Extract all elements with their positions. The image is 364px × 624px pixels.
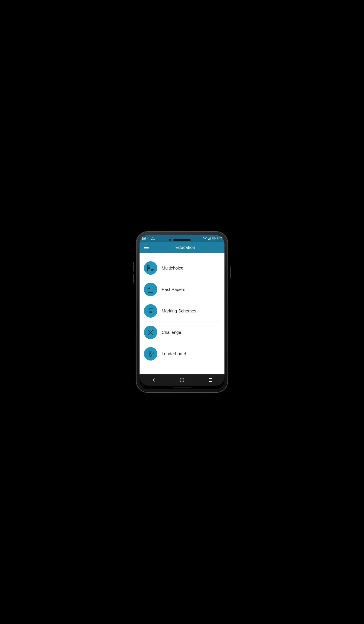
multichoice-menu-item[interactable]: Multichoice [144, 258, 220, 279]
warning-status-icon [151, 237, 155, 240]
svg-rect-9 [210, 237, 210, 240]
leaderboard-menu-item[interactable]: Leaderboard [144, 343, 220, 364]
signal-status-icon [208, 237, 211, 240]
svg-rect-10 [210, 237, 211, 240]
marking-schemes-icon-circle [144, 304, 157, 318]
multichoice-icon [147, 264, 155, 272]
leaderboard-icon-circle [144, 347, 157, 361]
app-bar: Education [140, 242, 224, 253]
status-icons-right: 3:47 [204, 237, 222, 240]
menu-list: Multichoice Past Papers [140, 253, 224, 374]
svg-rect-39 [209, 379, 212, 382]
phone-screen: 3:47 Education [140, 235, 224, 389]
past-papers-icon-circle [144, 283, 157, 296]
back-nav-button[interactable] [150, 377, 157, 383]
hamburger-menu-button[interactable] [143, 245, 150, 250]
status-time: 3:47 [216, 237, 222, 240]
notification-status-icon [147, 237, 150, 240]
speaker-bottom [140, 386, 224, 389]
status-icons-left [142, 237, 155, 240]
svg-rect-12 [215, 238, 216, 239]
battery-status-icon [212, 237, 216, 240]
phone-device: 3:47 Education [136, 232, 228, 392]
leaderboard-label: Leaderboard [162, 351, 186, 356]
image-status-icon [142, 237, 146, 240]
challenge-label: Challenge [162, 330, 181, 335]
marking-schemes-icon [147, 307, 155, 315]
svg-point-38 [180, 378, 184, 382]
svg-rect-8 [209, 238, 209, 240]
svg-rect-7 [208, 239, 209, 240]
svg-marker-37 [150, 352, 152, 354]
volume-down-button[interactable] [133, 274, 134, 283]
power-button[interactable] [230, 266, 231, 278]
screen-content: 3:47 Education [140, 235, 224, 386]
front-camera [169, 239, 171, 241]
marking-schemes-menu-item[interactable]: Marking Schemes [144, 300, 220, 322]
past-papers-menu-item[interactable]: Past Papers [144, 279, 220, 300]
leaderboard-icon [147, 350, 155, 358]
challenge-icon-circle [144, 326, 157, 339]
svg-rect-0 [142, 237, 145, 240]
home-nav-button[interactable] [179, 377, 185, 383]
speaker-top [173, 239, 191, 241]
recent-nav-button[interactable] [207, 377, 214, 383]
past-papers-label: Past Papers [162, 287, 185, 292]
marking-schemes-label: Marking Schemes [162, 309, 196, 313]
app-title: Education [150, 245, 221, 250]
multichoice-label: Multichoice [162, 266, 183, 271]
past-papers-icon [147, 286, 155, 293]
volume-up-button[interactable] [133, 262, 134, 271]
challenge-icon [147, 328, 155, 336]
challenge-menu-item[interactable]: Challenge [144, 322, 220, 343]
multichoice-icon-circle [144, 261, 157, 275]
svg-point-6 [153, 239, 153, 239]
navigation-bar [140, 374, 224, 386]
wifi-status-icon [204, 237, 207, 240]
